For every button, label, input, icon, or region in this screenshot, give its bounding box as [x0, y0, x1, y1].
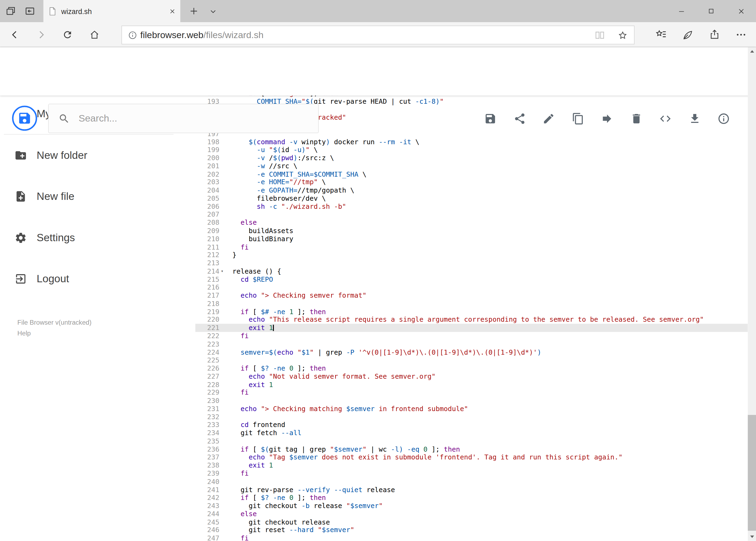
code-text[interactable]: if [ $? -ne 0 ]; then	[219, 494, 326, 502]
line-number[interactable]: 200	[195, 154, 219, 162]
code-text[interactable]: cd $REPO	[219, 275, 273, 283]
line-number[interactable]: 228	[195, 380, 219, 389]
help-link[interactable]: Help	[17, 328, 92, 339]
code-line[interactable]: 232	[195, 413, 748, 421]
scrollbar-thumb[interactable]	[748, 415, 756, 531]
code-line[interactable]: 209 buildAssets	[195, 227, 748, 235]
code-line[interactable]: 247 fi	[195, 534, 748, 541]
code-line[interactable]: 219 if [ $# -ne 1 ]; then	[195, 307, 748, 316]
tab-list-button[interactable]	[207, 6, 219, 17]
line-number[interactable]: 226	[195, 364, 219, 372]
code-text[interactable]: semver=$(echo "$1" | grep -P '^v(0|[1-9]…	[219, 348, 541, 356]
share-button[interactable]	[505, 112, 534, 125]
code-line[interactable]: 206 sh -c "./wizard.sh -b"	[195, 203, 748, 211]
line-number[interactable]: 212	[195, 251, 219, 259]
code-line[interactable]: 199 -u "$(id -u)" \	[195, 146, 748, 154]
copy-button[interactable]	[563, 112, 593, 125]
share-icon[interactable]	[709, 29, 720, 40]
line-number[interactable]: 239	[195, 469, 219, 477]
code-line[interactable]: 236 if [ $(git tag | grep "$semver" | wc…	[195, 445, 748, 453]
line-number[interactable]: 225	[195, 356, 219, 364]
save-button[interactable]	[476, 112, 505, 125]
code-line[interactable]: 220 echo "This release script requires a…	[195, 316, 748, 324]
line-number[interactable]: 218	[195, 299, 219, 307]
line-number[interactable]: 223	[195, 340, 219, 348]
code-line[interactable]: 198 $(command -v winpty) docker run --rm…	[195, 138, 748, 146]
code-line[interactable]: 224 semver=$(echo "$1" | grep -P '^v(0|[…	[195, 348, 748, 356]
code-line[interactable]: 222 fi	[195, 332, 748, 340]
favorite-star-icon[interactable]	[617, 30, 629, 41]
line-number[interactable]: 215	[195, 275, 219, 283]
code-line[interactable]: 242 if [ $? -ne 0 ]; then	[195, 494, 748, 502]
code-text[interactable]: exit 1	[219, 380, 273, 389]
code-text[interactable]: fi	[219, 534, 249, 541]
line-number[interactable]: 220	[195, 316, 219, 324]
refresh-button[interactable]	[62, 29, 74, 41]
code-line[interactable]: 231 echo "> Checking matching $semver in…	[195, 405, 748, 413]
new-tab-button[interactable]	[187, 4, 200, 18]
code-line[interactable]: 241 git rev-parse --verify --quiet relea…	[195, 486, 748, 494]
code-text[interactable]	[219, 299, 232, 307]
line-number[interactable]: 242	[195, 494, 219, 502]
code-text[interactable]: buildAssets	[219, 227, 293, 235]
code-line[interactable]: 238 exit 1	[195, 461, 748, 469]
line-number[interactable]: 224	[195, 348, 219, 356]
code-text[interactable]: git fetch --all	[219, 429, 302, 437]
code-text[interactable]: fi	[219, 332, 249, 340]
code-text[interactable]: if [ $? -ne 0 ]; then	[219, 364, 326, 372]
rename-button[interactable]	[534, 112, 563, 125]
line-number[interactable]: 217	[195, 291, 219, 299]
tab-preview-icon[interactable]	[5, 5, 16, 17]
code-editor[interactable]: 192 if [ -d ".git" ]; then193 COMMIT_SHA…	[195, 96, 748, 541]
url-text[interactable]: filebrowser.web/files/wizard.sh	[140, 30, 264, 40]
code-text[interactable]: -u "$(id -u)" \	[219, 146, 318, 154]
code-line[interactable]: 229 fi	[195, 389, 748, 397]
vertical-scrollbar[interactable]	[748, 47, 756, 541]
code-text[interactable]: if [ $# -ne 1 ]; then	[219, 307, 326, 316]
line-number[interactable]: 247	[195, 534, 219, 541]
line-number[interactable]: 237	[195, 453, 219, 461]
sidebar-item-settings[interactable]: Settings	[0, 226, 183, 250]
reading-view-icon[interactable]	[594, 29, 606, 41]
code-text[interactable]: -v /$(pwd):/src:z \	[219, 154, 334, 162]
line-number[interactable]: 210	[195, 235, 219, 243]
web-note-icon[interactable]	[682, 29, 694, 40]
info-button[interactable]	[709, 112, 738, 125]
set-aside-tabs-icon[interactable]	[24, 5, 36, 17]
forward-button[interactable]	[36, 29, 47, 41]
sidebar-item-new-folder[interactable]: New folder	[0, 144, 183, 168]
home-button[interactable]	[89, 29, 101, 41]
back-button[interactable]	[9, 29, 20, 41]
code-line[interactable]: 233 cd frontend	[195, 421, 748, 429]
sidebar-item-new-file[interactable]: New file	[0, 184, 183, 208]
line-number[interactable]: 214▾	[195, 267, 219, 275]
line-number[interactable]: 230	[195, 397, 219, 405]
code-line[interactable]: 215 cd $REPO	[195, 275, 748, 283]
code-line[interactable]: 243 git checkout -b release "$semver"	[195, 502, 748, 510]
line-number[interactable]: 235	[195, 437, 219, 445]
url-box[interactable]: filebrowser.web/files/wizard.sh	[122, 26, 634, 45]
code-text[interactable]	[219, 283, 232, 291]
line-number[interactable]: 245	[195, 518, 219, 526]
code-text[interactable]: git reset --hard "$semver"	[219, 526, 355, 534]
favorites-hub-icon[interactable]	[655, 28, 667, 41]
code-text[interactable]: -e GOPATH=//tmp/gopath \	[219, 186, 355, 195]
code-line[interactable]: 210 buildBinary	[195, 235, 748, 243]
line-number[interactable]: 213	[195, 259, 219, 267]
code-text[interactable]: fi	[219, 389, 249, 397]
code-line[interactable]: 211 fi	[195, 243, 748, 251]
line-number[interactable]: 219	[195, 307, 219, 316]
line-number[interactable]: 211	[195, 243, 219, 251]
code-line[interactable]: 234 git fetch --all	[195, 429, 748, 437]
code-line[interactable]: 240	[195, 477, 748, 486]
line-number[interactable]: 209	[195, 227, 219, 235]
code-text[interactable]: git checkout release	[219, 518, 330, 526]
code-line[interactable]: 235	[195, 437, 748, 445]
raw-code-button[interactable]	[651, 112, 680, 125]
code-text[interactable]: $(command -v winpty) docker run --rm -it…	[219, 138, 419, 146]
code-text[interactable]: fi	[219, 243, 249, 251]
code-line[interactable]: 217 echo "> Checking semver format"	[195, 291, 748, 299]
code-line[interactable]: 201 -w //src \	[195, 162, 748, 170]
tab-close-icon[interactable]	[169, 8, 175, 14]
code-line[interactable]: 225	[195, 356, 748, 364]
